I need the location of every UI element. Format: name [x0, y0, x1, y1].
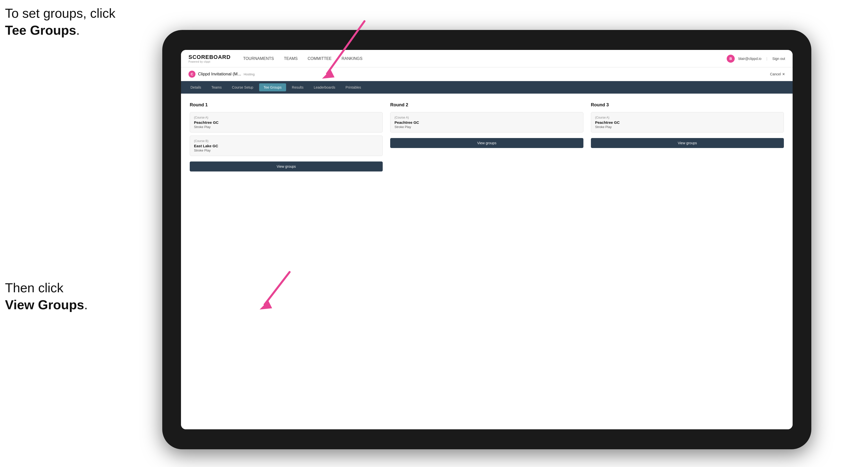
round-1-course-a-format: Stroke Play: [194, 125, 378, 129]
instruction-top-bold: Tee Groups: [5, 23, 76, 37]
tablet-screen: SCOREBOARD Powered by clippt TOURNAMENTS…: [181, 50, 793, 429]
round-2-course-a-format: Stroke Play: [395, 125, 579, 129]
round-2-course-a-name: Peachtree GC: [395, 120, 579, 125]
nav-committee[interactable]: COMMITTEE: [308, 55, 332, 62]
tab-leaderboards[interactable]: Leaderboards: [309, 83, 340, 91]
tab-printables[interactable]: Printables: [341, 83, 366, 91]
round-3-title: Round 3: [591, 102, 784, 107]
round-3-column: Round 3 (Course A) Peachtree GC Stroke P…: [591, 102, 784, 172]
round-2-view-groups-button[interactable]: View groups: [390, 138, 583, 148]
tab-course-setup[interactable]: Course Setup: [227, 83, 258, 91]
round-3-course-a-format: Stroke Play: [595, 125, 780, 129]
user-avatar: B: [727, 55, 735, 63]
logo-sub: Powered by clippt: [188, 60, 231, 63]
round-2-course-a-card: (Course A) Peachtree GC Stroke Play: [390, 112, 583, 132]
round-1-column: Round 1 (Course A) Peachtree GC Stroke P…: [190, 102, 383, 172]
round-1-course-a-name: Peachtree GC: [194, 120, 378, 125]
round-1-course-a-card: (Course A) Peachtree GC Stroke Play: [190, 112, 383, 132]
logo-text: SCOREBOARD: [188, 54, 231, 60]
tab-details[interactable]: Details: [186, 83, 206, 91]
tournament-header: C Clippd Invitational (M... Hosting Canc…: [181, 67, 793, 81]
round-1-course-b-name: East Lake GC: [194, 144, 378, 148]
nav-links: TOURNAMENTS TEAMS COMMITTEE RANKINGS: [243, 55, 727, 62]
instruction-bottom-bold: View Groups: [5, 298, 84, 312]
tournament-name: Clippd Invitational (M...: [198, 72, 241, 76]
logo-area: SCOREBOARD Powered by clippt: [188, 54, 231, 63]
round-2-title: Round 2: [390, 102, 583, 107]
hosting-badge: Hosting: [244, 72, 255, 76]
round-1-title: Round 1: [190, 102, 383, 107]
logo-main: SCOREBOARD: [188, 54, 231, 60]
round-1-view-groups-button[interactable]: View groups: [190, 161, 383, 172]
round-3-course-a-name: Peachtree GC: [595, 120, 780, 125]
top-nav: SCOREBOARD Powered by clippt TOURNAMENTS…: [181, 50, 793, 67]
main-content: Round 1 (Course A) Peachtree GC Stroke P…: [181, 94, 793, 429]
nav-divider: |: [766, 57, 767, 61]
instruction-top-line1: To set groups, click: [5, 6, 115, 21]
round-3-course-a-label: (Course A): [595, 116, 780, 119]
round-1-course-b-card: (Course B) East Lake GC Stroke Play: [190, 135, 383, 156]
instruction-top: To set groups, click Tee Groups.: [5, 5, 115, 39]
rounds-grid: Round 1 (Course A) Peachtree GC Stroke P…: [190, 102, 784, 172]
sign-out-link[interactable]: Sign out: [772, 57, 785, 61]
round-1-course-a-label: (Course A): [194, 116, 378, 119]
round-2-course-a-label: (Course A): [395, 116, 579, 119]
instruction-bottom-line1: Then click: [5, 281, 63, 295]
nav-teams[interactable]: TEAMS: [284, 55, 298, 62]
round-3-view-groups-button[interactable]: View groups: [591, 138, 784, 148]
tab-tee-groups[interactable]: Tee Groups: [259, 83, 286, 91]
round-3-course-a-card: (Course A) Peachtree GC Stroke Play: [591, 112, 784, 132]
tab-teams[interactable]: Teams: [207, 83, 226, 91]
instruction-bottom: Then click View Groups.: [5, 280, 88, 313]
tab-bar: Details Teams Course Setup Tee Groups Re…: [181, 81, 793, 94]
round-1-course-b-format: Stroke Play: [194, 149, 378, 152]
tab-results[interactable]: Results: [287, 83, 308, 91]
nav-rankings[interactable]: RANKINGS: [342, 55, 363, 62]
user-email: blair@clippd.io: [738, 57, 762, 61]
tournament-logo: C: [188, 71, 195, 77]
tablet-device: SCOREBOARD Powered by clippt TOURNAMENTS…: [162, 30, 811, 449]
round-2-column: Round 2 (Course A) Peachtree GC Stroke P…: [390, 102, 583, 172]
nav-right: B blair@clippd.io | Sign out: [727, 55, 785, 63]
tournament-title-area: C Clippd Invitational (M... Hosting: [188, 71, 255, 77]
round-1-course-b-label: (Course B): [194, 139, 378, 143]
cancel-button[interactable]: Cancel ✕: [770, 72, 785, 76]
instruction-top-period: .: [76, 23, 80, 37]
nav-tournaments[interactable]: TOURNAMENTS: [243, 55, 274, 62]
instruction-bottom-period: .: [84, 298, 88, 312]
